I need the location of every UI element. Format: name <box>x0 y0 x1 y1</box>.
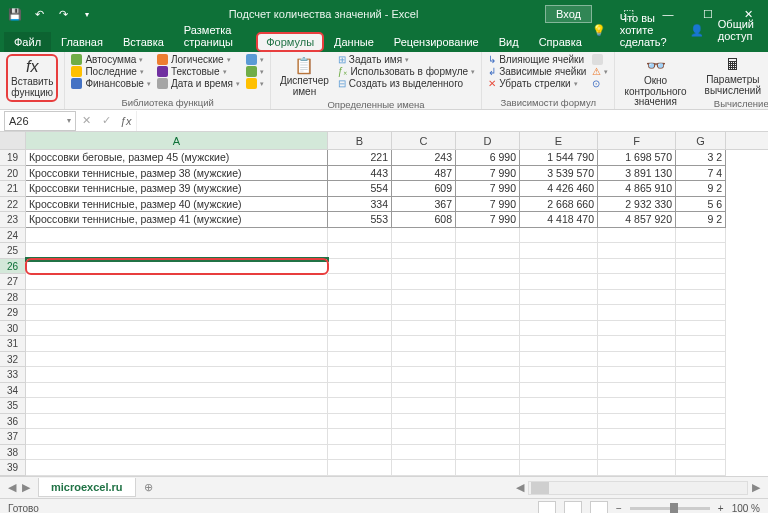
cell[interactable] <box>676 305 726 321</box>
calc-options-button[interactable]: 🖩 Параметры вычислений <box>702 54 764 98</box>
cell[interactable]: 6 990 <box>456 150 520 166</box>
cell[interactable] <box>392 305 456 321</box>
row-header[interactable]: 38 <box>0 445 26 461</box>
cell[interactable]: 487 <box>392 166 456 182</box>
cell[interactable] <box>598 398 676 414</box>
cell[interactable] <box>26 383 328 399</box>
cell[interactable] <box>328 274 392 290</box>
cell[interactable] <box>26 321 328 337</box>
cell[interactable] <box>392 367 456 383</box>
error-check-button[interactable]: ⚠▾ <box>592 66 608 77</box>
cell[interactable] <box>392 445 456 461</box>
col-header-b[interactable]: B <box>328 132 392 149</box>
cell[interactable]: 3 2 <box>676 150 726 166</box>
row-header[interactable]: 24 <box>0 228 26 244</box>
row-header[interactable]: 25 <box>0 243 26 259</box>
cell[interactable] <box>392 321 456 337</box>
chevron-down-icon[interactable]: ▾ <box>67 116 71 125</box>
cell[interactable] <box>676 243 726 259</box>
tab-view[interactable]: Вид <box>489 32 529 52</box>
cell[interactable]: 9 2 <box>676 212 726 228</box>
cell[interactable] <box>676 367 726 383</box>
cell[interactable]: 3 891 130 <box>598 166 676 182</box>
define-name-button[interactable]: ⊞Задать имя▾ <box>338 54 475 65</box>
cell[interactable] <box>520 336 598 352</box>
cell[interactable] <box>456 228 520 244</box>
cell[interactable] <box>456 445 520 461</box>
cell[interactable] <box>392 460 456 476</box>
cell[interactable] <box>26 398 328 414</box>
row-header[interactable]: 26 <box>0 259 26 275</box>
row-header[interactable]: 27 <box>0 274 26 290</box>
row-header[interactable]: 39 <box>0 460 26 476</box>
cell[interactable] <box>392 429 456 445</box>
cell[interactable] <box>456 259 520 275</box>
cell[interactable] <box>676 228 726 244</box>
cell[interactable] <box>520 445 598 461</box>
show-formulas-button[interactable] <box>592 54 608 65</box>
cell[interactable] <box>598 243 676 259</box>
cell[interactable] <box>520 274 598 290</box>
col-header-c[interactable]: C <box>392 132 456 149</box>
evaluate-button[interactable]: ⊙ <box>592 78 608 89</box>
cell[interactable] <box>392 274 456 290</box>
cell[interactable] <box>392 414 456 430</box>
tab-insert[interactable]: Вставка <box>113 32 174 52</box>
cell[interactable] <box>456 352 520 368</box>
cell[interactable] <box>392 259 456 275</box>
col-header-g[interactable]: G <box>676 132 726 149</box>
cell[interactable] <box>392 352 456 368</box>
enter-formula-icon[interactable]: ✓ <box>96 114 116 127</box>
save-icon[interactable]: 💾 <box>4 3 26 25</box>
zoom-out-icon[interactable]: − <box>616 503 622 513</box>
cell[interactable] <box>26 305 328 321</box>
cell[interactable] <box>676 352 726 368</box>
undo-icon[interactable]: ↶ <box>28 3 50 25</box>
cell[interactable]: 2 668 660 <box>520 197 598 213</box>
col-header-a[interactable]: A <box>26 132 328 149</box>
name-box[interactable]: A26▾ <box>4 111 76 131</box>
cell[interactable] <box>26 414 328 430</box>
formula-input[interactable] <box>136 111 768 131</box>
cell[interactable] <box>598 259 676 275</box>
cell[interactable] <box>456 398 520 414</box>
cell[interactable] <box>328 445 392 461</box>
row-header[interactable]: 34 <box>0 383 26 399</box>
cell[interactable] <box>456 305 520 321</box>
qat-customize-icon[interactable]: ▾ <box>76 3 98 25</box>
cell[interactable] <box>328 367 392 383</box>
cell[interactable]: 4 857 920 <box>598 212 676 228</box>
cell[interactable] <box>26 445 328 461</box>
cell[interactable] <box>328 321 392 337</box>
col-header-f[interactable]: F <box>598 132 676 149</box>
cell[interactable]: 7 4 <box>676 166 726 182</box>
cell[interactable]: 609 <box>392 181 456 197</box>
cell[interactable] <box>328 383 392 399</box>
cell[interactable] <box>456 336 520 352</box>
cell[interactable] <box>456 414 520 430</box>
cell[interactable]: 1 698 570 <box>598 150 676 166</box>
cell[interactable] <box>676 321 726 337</box>
cell[interactable] <box>598 321 676 337</box>
use-in-formula-button[interactable]: ƒₓИспользовать в формуле▾ <box>338 66 475 77</box>
cell[interactable]: 9 2 <box>676 181 726 197</box>
login-button[interactable]: Вход <box>545 5 592 23</box>
cell[interactable] <box>520 398 598 414</box>
cell[interactable]: 553 <box>328 212 392 228</box>
cell[interactable] <box>26 290 328 306</box>
autosum-button[interactable]: Автосумма▾ <box>71 54 151 65</box>
page-layout-button[interactable] <box>564 501 582 514</box>
cell[interactable]: Кроссовки теннисные, размер 41 (мужские) <box>26 212 328 228</box>
cell[interactable] <box>520 383 598 399</box>
cell[interactable] <box>598 228 676 244</box>
cell[interactable] <box>598 383 676 399</box>
cell[interactable] <box>676 336 726 352</box>
cell[interactable] <box>26 228 328 244</box>
cell[interactable] <box>456 429 520 445</box>
row-header[interactable]: 31 <box>0 336 26 352</box>
tab-home[interactable]: Главная <box>51 32 113 52</box>
share-button[interactable]: Общий доступ <box>708 14 764 46</box>
cell[interactable] <box>328 228 392 244</box>
cell[interactable] <box>676 429 726 445</box>
cell[interactable] <box>598 305 676 321</box>
